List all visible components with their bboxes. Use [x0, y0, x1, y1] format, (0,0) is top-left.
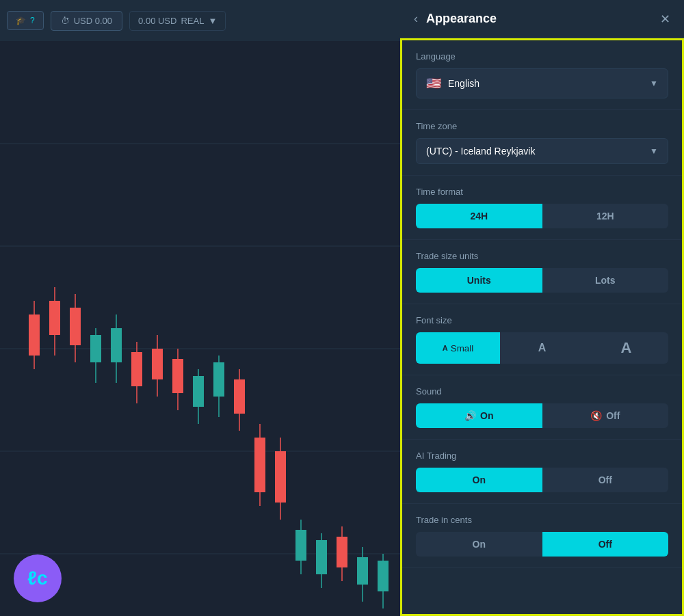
font-size-section: Font size A Small A A [402, 304, 682, 375]
help-button[interactable]: 🎓 ? [7, 11, 44, 30]
timezone-dropdown[interactable]: (UTC) - Iceland Reykjavik ▼ [416, 138, 668, 164]
sound-off-icon: 🔇 [590, 410, 602, 421]
font-medium-button[interactable]: A [500, 332, 584, 364]
font-small-button[interactable]: A Small [416, 332, 500, 364]
trade-in-cents-toggle-group: On Off [416, 532, 668, 557]
panel-content: Language 🇺🇸 English ▼ Time zone (UTC) - … [400, 38, 684, 616]
trade-cents-off-button[interactable]: Off [542, 532, 669, 557]
svg-rect-18 [152, 349, 163, 379]
svg-rect-6 [29, 314, 40, 356]
ai-trading-label: AI Trading [416, 451, 668, 461]
logo[interactable]: ℓc [14, 554, 62, 602]
ai-trading-section: AI Trading On Off [402, 440, 682, 504]
time-format-label: Time format [416, 187, 668, 197]
font-small-a-icon: A [443, 344, 448, 352]
trade-in-cents-section: Trade in cents On Off [402, 504, 682, 568]
svg-rect-36 [337, 537, 347, 567]
timezone-chevron: ▼ [650, 146, 658, 156]
time-format-12h-button[interactable]: 12H [542, 204, 669, 228]
sound-on-button[interactable]: 🔊 On [416, 403, 542, 428]
time-format-toggle-group: 24H 12H [416, 204, 668, 228]
font-large-a-icon: A [621, 339, 632, 357]
font-small-label: Small [451, 343, 473, 353]
units-button[interactable]: Units [416, 268, 542, 293]
chart-svg [0, 41, 400, 616]
svg-rect-10 [70, 308, 81, 345]
balance-button[interactable]: ⏱ USD 0.00 [51, 11, 122, 31]
trade-cents-on-button[interactable]: On [416, 532, 542, 557]
settings-panel: ‹ Appearance ✕ Language 🇺🇸 English ▼ Tim… [400, 0, 684, 616]
trade-in-cents-label: Trade in cents [416, 515, 668, 525]
logo-text: ℓc [27, 567, 47, 589]
panel-title: Appearance [426, 12, 497, 26]
flag-icon: 🇺🇸 [426, 76, 441, 91]
time-format-section: Time format 24H 12H [402, 176, 682, 240]
sound-section: Sound 🔊 On 🔇 Off [402, 375, 682, 440]
language-label: Language [416, 51, 668, 62]
svg-rect-40 [378, 561, 389, 591]
font-large-button[interactable]: A [584, 332, 668, 364]
chart-area: 🎓 ? ⏱ USD 0.00 0.00 USD REAL ▼ [0, 0, 400, 616]
candle-chart [0, 41, 400, 616]
svg-rect-26 [234, 379, 245, 414]
trade-size-toggle-group: Units Lots [416, 268, 668, 293]
font-size-toggle-group: A Small A A [416, 332, 668, 364]
language-dropdown[interactable]: 🇺🇸 English ▼ [416, 68, 668, 98]
ai-trading-on-button[interactable]: On [416, 468, 542, 492]
font-size-label: Font size [416, 315, 668, 325]
timezone-label: Time zone [416, 121, 668, 131]
real-badge[interactable]: 0.00 USD REAL ▼ [129, 11, 226, 31]
sound-label: Sound [416, 386, 668, 397]
sound-toggle-group: 🔊 On 🔇 Off [416, 403, 668, 428]
font-medium-a-icon: A [538, 342, 547, 354]
timezone-value: (UTC) - Iceland Reykjavik [426, 146, 535, 157]
svg-rect-34 [316, 540, 327, 574]
ai-trading-toggle-group: On Off [416, 468, 668, 492]
svg-rect-28 [254, 438, 265, 492]
sound-off-label: Off [606, 410, 620, 421]
svg-rect-14 [111, 328, 122, 362]
sound-on-label: On [480, 410, 493, 421]
sound-off-button[interactable]: 🔇 Off [542, 403, 669, 428]
language-dropdown-left: 🇺🇸 English [426, 76, 479, 91]
svg-rect-38 [357, 557, 368, 585]
svg-rect-30 [275, 451, 286, 503]
help-label: ? [30, 16, 35, 25]
clock-icon: ⏱ [61, 16, 70, 26]
close-button[interactable]: ✕ [660, 12, 670, 27]
language-chevron: ▼ [650, 79, 658, 88]
language-value: English [448, 78, 479, 89]
balance-value: USD 0.00 [74, 16, 112, 26]
trade-size-label: Trade size units [416, 251, 668, 261]
back-button[interactable]: ‹ [414, 12, 418, 26]
svg-rect-22 [193, 376, 204, 407]
trade-size-section: Trade size units Units Lots [402, 240, 682, 304]
real-label: REAL [181, 16, 204, 26]
svg-rect-16 [131, 352, 142, 386]
svg-rect-20 [172, 359, 183, 393]
timezone-section: Time zone (UTC) - Iceland Reykjavik ▼ [402, 110, 682, 176]
top-bar: 🎓 ? ⏱ USD 0.00 0.00 USD REAL ▼ [0, 0, 400, 41]
svg-rect-8 [49, 301, 60, 335]
real-amount: 0.00 USD [138, 16, 176, 26]
dropdown-arrow: ▼ [208, 16, 217, 26]
language-section: Language 🇺🇸 English ▼ [402, 40, 682, 110]
panel-header: ‹ Appearance ✕ [400, 0, 684, 38]
ai-trading-off-button[interactable]: Off [542, 468, 669, 492]
sound-on-icon: 🔊 [464, 410, 476, 421]
time-format-24h-button[interactable]: 24H [416, 204, 542, 228]
svg-rect-32 [295, 530, 306, 561]
hat-icon: 🎓 [16, 16, 26, 25]
lots-button[interactable]: Lots [542, 268, 669, 293]
timezone-dropdown-left: (UTC) - Iceland Reykjavik [426, 146, 535, 157]
svg-rect-12 [90, 335, 101, 362]
svg-rect-24 [213, 362, 224, 397]
header-left: ‹ Appearance [414, 12, 497, 26]
